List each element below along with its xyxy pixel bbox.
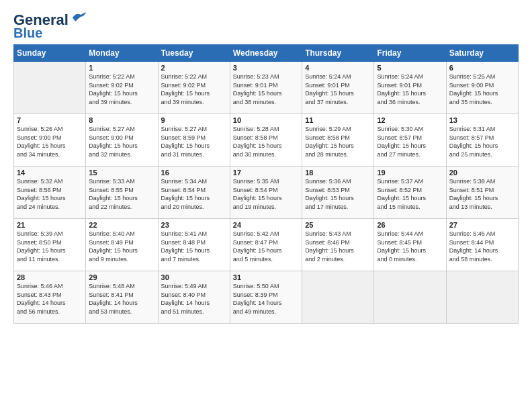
day-cell: 24Sunrise: 5:42 AM Sunset: 8:47 PM Dayli… [230, 219, 302, 271]
day-info: Sunrise: 5:28 AM Sunset: 8:58 PM Dayligh… [233, 125, 299, 158]
day-info: Sunrise: 5:26 AM Sunset: 9:00 PM Dayligh… [17, 125, 83, 158]
col-header-friday: Friday [374, 45, 446, 62]
day-number: 23 [161, 221, 227, 229]
day-info: Sunrise: 5:37 AM Sunset: 8:52 PM Dayligh… [377, 177, 443, 211]
day-number: 9 [161, 116, 227, 124]
day-cell: 20Sunrise: 5:38 AM Sunset: 8:51 PM Dayli… [446, 167, 518, 219]
day-cell: 4Sunrise: 5:24 AM Sunset: 9:01 PM Daylig… [302, 62, 374, 114]
logo-blue: Blue [13, 26, 42, 40]
day-cell: 23Sunrise: 5:41 AM Sunset: 8:48 PM Dayli… [158, 219, 230, 271]
col-header-tuesday: Tuesday [158, 45, 230, 62]
week-row-3: 14Sunrise: 5:32 AM Sunset: 8:56 PM Dayli… [14, 167, 519, 219]
day-number: 12 [377, 116, 443, 124]
day-number: 25 [305, 221, 371, 229]
day-cell: 13Sunrise: 5:31 AM Sunset: 8:57 PM Dayli… [446, 114, 518, 167]
col-header-saturday: Saturday [446, 45, 518, 62]
day-cell: 8Sunrise: 5:27 AM Sunset: 9:00 PM Daylig… [86, 114, 158, 167]
day-info: Sunrise: 5:39 AM Sunset: 8:50 PM Dayligh… [17, 230, 83, 263]
day-number: 24 [233, 221, 299, 229]
day-number: 4 [305, 64, 371, 72]
day-cell: 26Sunrise: 5:44 AM Sunset: 8:45 PM Dayli… [374, 219, 446, 271]
day-info: Sunrise: 5:25 AM Sunset: 9:00 PM Dayligh… [449, 73, 515, 106]
day-number: 13 [449, 116, 515, 124]
day-number: 2 [161, 64, 227, 72]
day-cell: 21Sunrise: 5:39 AM Sunset: 8:50 PM Dayli… [14, 219, 86, 271]
day-cell: 7Sunrise: 5:26 AM Sunset: 9:00 PM Daylig… [14, 114, 86, 167]
day-cell [374, 271, 446, 324]
day-info: Sunrise: 5:27 AM Sunset: 8:59 PM Dayligh… [161, 125, 227, 158]
col-header-thursday: Thursday [302, 45, 374, 62]
day-cell: 12Sunrise: 5:30 AM Sunset: 8:57 PM Dayli… [374, 114, 446, 167]
day-info: Sunrise: 5:44 AM Sunset: 8:45 PM Dayligh… [377, 230, 443, 263]
day-number: 8 [89, 116, 154, 124]
day-number: 28 [17, 273, 83, 281]
day-cell: 16Sunrise: 5:34 AM Sunset: 8:54 PM Dayli… [158, 167, 230, 219]
day-info: Sunrise: 5:35 AM Sunset: 8:54 PM Dayligh… [233, 177, 299, 211]
day-number: 11 [305, 116, 371, 124]
day-cell: 9Sunrise: 5:27 AM Sunset: 8:59 PM Daylig… [158, 114, 230, 167]
header: General Blue [13, 12, 519, 40]
day-number: 16 [161, 169, 227, 177]
day-info: Sunrise: 5:43 AM Sunset: 8:46 PM Dayligh… [305, 230, 371, 263]
day-number: 5 [377, 64, 443, 72]
day-number: 10 [233, 116, 299, 124]
day-cell: 2Sunrise: 5:22 AM Sunset: 9:02 PM Daylig… [158, 62, 230, 114]
day-cell: 6Sunrise: 5:25 AM Sunset: 9:00 PM Daylig… [446, 62, 518, 114]
day-number: 19 [377, 169, 443, 177]
day-info: Sunrise: 5:46 AM Sunset: 8:43 PM Dayligh… [17, 282, 83, 316]
day-cell: 14Sunrise: 5:32 AM Sunset: 8:56 PM Dayli… [14, 167, 86, 219]
day-number: 7 [17, 116, 83, 124]
day-info: Sunrise: 5:30 AM Sunset: 8:57 PM Dayligh… [377, 125, 443, 158]
day-number: 26 [377, 221, 443, 229]
calendar-table: SundayMondayTuesdayWednesdayThursdayFrid… [13, 44, 519, 324]
day-cell [14, 62, 86, 114]
day-cell: 29Sunrise: 5:48 AM Sunset: 8:41 PM Dayli… [86, 271, 158, 324]
day-cell: 5Sunrise: 5:24 AM Sunset: 9:01 PM Daylig… [374, 62, 446, 114]
day-number: 29 [89, 273, 154, 281]
day-number: 20 [449, 169, 515, 177]
day-cell: 17Sunrise: 5:35 AM Sunset: 8:54 PM Dayli… [230, 167, 302, 219]
day-cell [302, 271, 374, 324]
day-number: 22 [89, 221, 154, 229]
day-number: 31 [233, 273, 299, 281]
day-cell: 25Sunrise: 5:43 AM Sunset: 8:46 PM Dayli… [302, 219, 374, 271]
day-info: Sunrise: 5:38 AM Sunset: 8:51 PM Dayligh… [449, 177, 515, 211]
col-header-monday: Monday [86, 45, 158, 62]
day-info: Sunrise: 5:50 AM Sunset: 8:39 PM Dayligh… [233, 282, 299, 316]
day-cell: 31Sunrise: 5:50 AM Sunset: 8:39 PM Dayli… [230, 271, 302, 324]
day-number: 30 [161, 273, 227, 281]
day-number: 1 [89, 64, 154, 72]
day-cell: 18Sunrise: 5:36 AM Sunset: 8:53 PM Dayli… [302, 167, 374, 219]
day-info: Sunrise: 5:27 AM Sunset: 9:00 PM Dayligh… [89, 125, 154, 158]
day-number: 15 [89, 169, 154, 177]
day-number: 21 [17, 221, 83, 229]
day-number: 3 [233, 64, 299, 72]
day-cell: 15Sunrise: 5:33 AM Sunset: 8:55 PM Dayli… [86, 167, 158, 219]
day-info: Sunrise: 5:34 AM Sunset: 8:54 PM Dayligh… [161, 177, 227, 211]
day-info: Sunrise: 5:22 AM Sunset: 9:02 PM Dayligh… [89, 73, 154, 106]
day-info: Sunrise: 5:42 AM Sunset: 8:47 PM Dayligh… [233, 230, 299, 263]
week-row-2: 7Sunrise: 5:26 AM Sunset: 9:00 PM Daylig… [14, 114, 519, 167]
day-cell: 10Sunrise: 5:28 AM Sunset: 8:58 PM Dayli… [230, 114, 302, 167]
week-row-5: 28Sunrise: 5:46 AM Sunset: 8:43 PM Dayli… [14, 271, 519, 324]
day-info: Sunrise: 5:45 AM Sunset: 8:44 PM Dayligh… [449, 230, 515, 263]
day-info: Sunrise: 5:23 AM Sunset: 9:01 PM Dayligh… [233, 73, 299, 106]
day-info: Sunrise: 5:24 AM Sunset: 9:01 PM Dayligh… [377, 73, 443, 106]
day-cell: 11Sunrise: 5:29 AM Sunset: 8:58 PM Dayli… [302, 114, 374, 167]
col-header-sunday: Sunday [14, 45, 86, 62]
day-number: 17 [233, 169, 299, 177]
week-row-4: 21Sunrise: 5:39 AM Sunset: 8:50 PM Dayli… [14, 219, 519, 271]
day-info: Sunrise: 5:41 AM Sunset: 8:48 PM Dayligh… [161, 230, 227, 263]
day-number: 18 [305, 169, 371, 177]
day-info: Sunrise: 5:29 AM Sunset: 8:58 PM Dayligh… [305, 125, 371, 158]
day-cell: 28Sunrise: 5:46 AM Sunset: 8:43 PM Dayli… [14, 271, 86, 324]
day-info: Sunrise: 5:48 AM Sunset: 8:41 PM Dayligh… [89, 282, 154, 316]
day-info: Sunrise: 5:40 AM Sunset: 8:49 PM Dayligh… [89, 230, 154, 263]
day-info: Sunrise: 5:32 AM Sunset: 8:56 PM Dayligh… [17, 177, 83, 211]
week-row-1: 1Sunrise: 5:22 AM Sunset: 9:02 PM Daylig… [14, 62, 519, 114]
day-cell: 3Sunrise: 5:23 AM Sunset: 9:01 PM Daylig… [230, 62, 302, 114]
day-info: Sunrise: 5:31 AM Sunset: 8:57 PM Dayligh… [449, 125, 515, 158]
day-cell: 27Sunrise: 5:45 AM Sunset: 8:44 PM Dayli… [446, 219, 518, 271]
day-cell: 30Sunrise: 5:49 AM Sunset: 8:40 PM Dayli… [158, 271, 230, 324]
day-cell: 22Sunrise: 5:40 AM Sunset: 8:49 PM Dayli… [86, 219, 158, 271]
